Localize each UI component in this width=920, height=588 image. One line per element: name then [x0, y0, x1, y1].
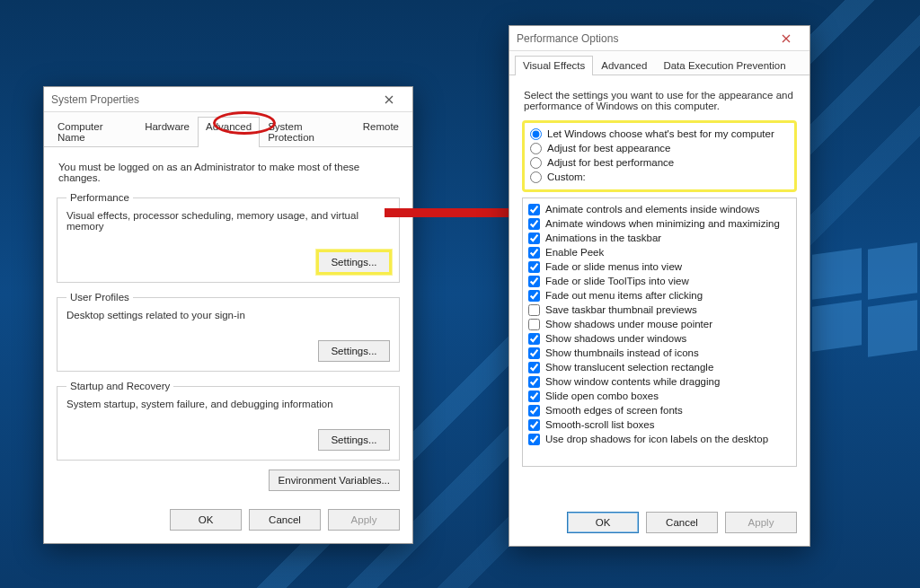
visual-effects-radio-1[interactable]: Adjust for best appearance — [530, 141, 789, 155]
visual-effects-option-0[interactable]: Animate controls and elements inside win… — [528, 202, 791, 216]
user-profiles-legend: User Profiles — [66, 292, 133, 303]
close-icon — [782, 34, 791, 43]
tab-system-protection[interactable]: System Protection — [260, 117, 355, 147]
close-icon — [385, 95, 394, 104]
visual-effects-option-8[interactable]: Show shadows under mouse pointer — [528, 317, 791, 331]
checkbox-label: Save taskbar thumbnail previews — [545, 304, 697, 315]
visual-effects-radio-0[interactable]: Let Windows choose what's best for my co… — [530, 127, 789, 141]
checkbox-input[interactable] — [528, 333, 540, 345]
perfopts-tabs: Visual Effects Advanced Data Execution P… — [509, 51, 809, 75]
sysprops-tabs: Computer Name Hardware Advanced System P… — [44, 112, 412, 147]
windows-logo-icon — [812, 242, 920, 350]
apply-button[interactable]: Apply — [725, 512, 797, 533]
visual-effects-option-4[interactable]: Fade or slide menus into view — [528, 259, 791, 274]
visual-effects-option-6[interactable]: Fade out menu items after clicking — [528, 288, 791, 303]
visual-effects-options-list[interactable]: Animate controls and elements inside win… — [522, 197, 797, 467]
ok-button[interactable]: OK — [170, 509, 242, 531]
checkbox-input[interactable] — [528, 290, 540, 302]
environment-variables-button[interactable]: Environment Variables... — [269, 470, 400, 491]
checkbox-label: Animations in the taskbar — [545, 233, 661, 243]
cancel-button[interactable]: Cancel — [249, 509, 321, 531]
user-profiles-group: User Profiles Desktop settings related t… — [57, 292, 400, 372]
apply-button[interactable]: Apply — [328, 509, 400, 531]
radio-label: Let Windows choose what's best for my co… — [547, 128, 774, 139]
startup-recovery-legend: Startup and Recovery — [66, 381, 173, 391]
performance-legend: Performance — [66, 192, 133, 203]
checkbox-input[interactable] — [528, 304, 540, 316]
checkbox-input[interactable] — [528, 405, 540, 417]
startup-recovery-group: Startup and Recovery System startup, sys… — [57, 381, 400, 461]
checkbox-input[interactable] — [528, 276, 540, 287]
checkbox-label: Fade or slide ToolTips into view — [545, 276, 689, 286]
checkbox-input[interactable] — [528, 391, 540, 402]
visual-effects-option-2[interactable]: Animations in the taskbar — [528, 231, 791, 245]
visual-effects-option-15[interactable]: Smooth-scroll list boxes — [528, 417, 791, 432]
startup-recovery-desc: System startup, system failure, and debu… — [66, 399, 390, 409]
radio-input[interactable] — [530, 157, 542, 169]
admin-info-text: You must be logged on as an Administrato… — [58, 162, 398, 183]
visual-effects-option-9[interactable]: Show shadows under windows — [528, 331, 791, 346]
checkbox-label: Use drop shadows for icon labels on the … — [545, 434, 768, 444]
visual-effects-option-10[interactable]: Show thumbnails instead of icons — [528, 346, 791, 360]
visual-effects-radio-2[interactable]: Adjust for best performance — [530, 155, 789, 170]
tab-computer-name[interactable]: Computer Name — [49, 117, 137, 147]
tab-advanced[interactable]: Advanced — [198, 117, 260, 147]
radio-label: Adjust for best appearance — [547, 143, 670, 154]
startup-recovery-settings-button[interactable]: Settings... — [318, 429, 390, 451]
checkbox-label: Fade or slide menus into view — [545, 261, 682, 272]
performance-settings-button[interactable]: Settings... — [318, 251, 390, 273]
checkbox-input[interactable] — [528, 233, 540, 244]
radio-input[interactable] — [530, 143, 542, 154]
cancel-button[interactable]: Cancel — [646, 512, 718, 533]
user-profiles-settings-button[interactable]: Settings... — [318, 340, 390, 362]
visual-effects-option-1[interactable]: Animate windows when minimizing and maxi… — [528, 216, 791, 231]
checkbox-label: Show window contents while dragging — [545, 376, 720, 387]
close-button[interactable] — [770, 29, 802, 48]
dialog-title: Performance Options — [517, 32, 770, 45]
user-profiles-desc: Desktop settings related to your sign-in — [66, 310, 390, 320]
checkbox-input[interactable] — [528, 218, 540, 230]
perfopts-dialog-buttons: OK Cancel Apply — [509, 503, 809, 546]
performance-desc: Visual effects, processor scheduling, me… — [66, 210, 390, 232]
visual-effects-option-5[interactable]: Fade or slide ToolTips into view — [528, 274, 791, 288]
checkbox-input[interactable] — [528, 204, 540, 215]
visual-effects-option-16[interactable]: Use drop shadows for icon labels on the … — [528, 432, 791, 446]
visual-effects-option-14[interactable]: Smooth edges of screen fonts — [528, 403, 791, 417]
performance-group: Performance Visual effects, processor sc… — [57, 192, 400, 283]
tab-remote[interactable]: Remote — [355, 117, 407, 147]
radio-input[interactable] — [530, 171, 542, 183]
radio-label: Adjust for best performance — [547, 157, 674, 168]
checkbox-label: Smooth edges of screen fonts — [545, 405, 683, 416]
checkbox-input[interactable] — [528, 261, 540, 273]
visual-effects-option-13[interactable]: Slide open combo boxes — [528, 389, 791, 403]
visual-effects-option-11[interactable]: Show translucent selection rectangle — [528, 360, 791, 374]
visual-effects-option-3[interactable]: Enable Peek — [528, 245, 791, 259]
visual-effects-radio-group: Let Windows choose what's best for my co… — [522, 120, 797, 192]
tab-advanced[interactable]: Advanced — [593, 56, 655, 75]
checkbox-input[interactable] — [528, 319, 540, 330]
checkbox-input[interactable] — [528, 434, 540, 445]
ok-button[interactable]: OK — [567, 512, 639, 533]
checkbox-label: Animate controls and elements inside win… — [545, 204, 759, 215]
close-button[interactable] — [373, 90, 405, 110]
visual-effects-option-7[interactable]: Save taskbar thumbnail previews — [528, 303, 791, 317]
titlebar[interactable]: Performance Options — [509, 26, 809, 51]
titlebar[interactable]: System Properties — [44, 87, 412, 112]
visual-effects-radio-3[interactable]: Custom: — [530, 170, 789, 184]
checkbox-label: Fade out menu items after clicking — [545, 290, 703, 301]
radio-label: Custom: — [547, 171, 586, 182]
checkbox-label: Show shadows under windows — [545, 333, 686, 344]
checkbox-input[interactable] — [528, 419, 540, 431]
tab-dep[interactable]: Data Execution Prevention — [655, 56, 793, 75]
checkbox-label: Show shadows under mouse pointer — [545, 319, 712, 329]
tab-hardware[interactable]: Hardware — [137, 117, 198, 147]
visual-effects-option-12[interactable]: Show window contents while dragging — [528, 374, 791, 389]
checkbox-input[interactable] — [528, 362, 540, 373]
checkbox-input[interactable] — [528, 376, 540, 388]
perf-info-text: Select the settings you want to use for … — [524, 90, 795, 111]
checkbox-input[interactable] — [528, 247, 540, 259]
checkbox-input[interactable] — [528, 347, 540, 359]
tab-visual-effects[interactable]: Visual Effects — [515, 56, 593, 75]
dialog-title: System Properties — [51, 93, 373, 106]
radio-input[interactable] — [530, 128, 542, 140]
